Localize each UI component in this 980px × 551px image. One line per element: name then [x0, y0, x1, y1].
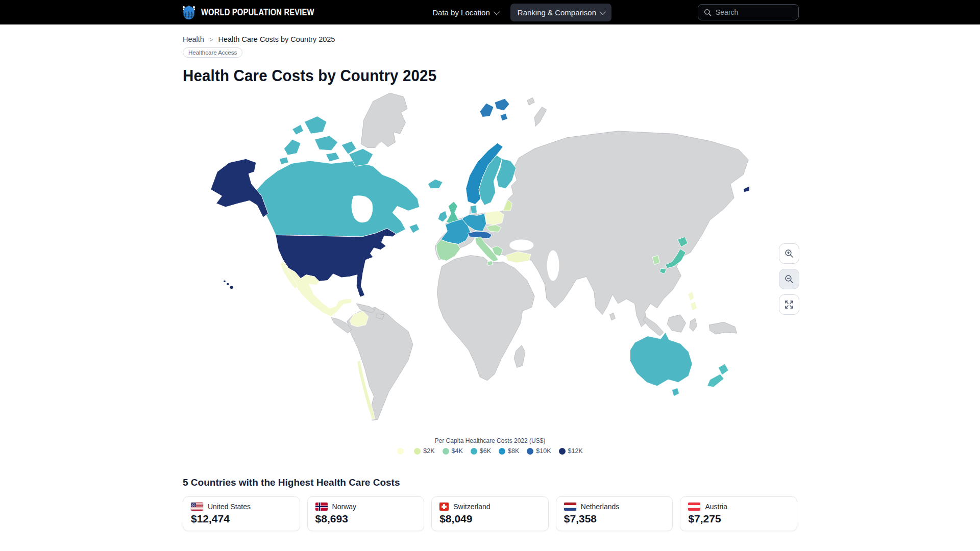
legend-swatch	[559, 448, 566, 455]
country-new-zealand-north[interactable]	[718, 364, 728, 375]
zoom-out-button[interactable]	[779, 269, 799, 289]
country-australia[interactable]	[630, 332, 693, 386]
us-flag-icon	[191, 503, 203, 511]
site-title: WORLD POPULATION REVIEW	[201, 7, 314, 18]
breadcrumb-health-link[interactable]: Health	[183, 35, 204, 43]
card-country-value: $8,693	[315, 513, 416, 525]
card-country-name: Netherlands	[581, 503, 620, 511]
zoom-out-icon	[785, 274, 794, 284]
breadcrumb: Health > Health Care Costs by Country 20…	[183, 35, 797, 43]
site-logo[interactable]: WORLD POPULATION REVIEW	[181, 5, 339, 19]
black-sea	[509, 240, 533, 251]
country-sri-lanka[interactable]	[610, 313, 616, 320]
legend-item: $4K	[443, 447, 463, 455]
world-map: Per Capita Healthcare Costs 2022 (US$) $…	[183, 89, 797, 460]
card-austria: Austria $7,275	[680, 496, 797, 531]
country-usa-hawaii[interactable]	[224, 281, 233, 289]
legend-title: Per Capita Healthcare Costs 2022 (US$)	[183, 437, 797, 444]
norway-flag-icon	[315, 503, 328, 511]
map-controls	[779, 243, 799, 315]
card-country-name: Austria	[705, 503, 727, 511]
netherlands-flag-icon	[564, 503, 576, 511]
legend-row: $2K $4K $6K $8K $10K $12K	[183, 447, 797, 455]
card-switzerland: Switzerland $8,049	[431, 496, 549, 531]
card-country-value: $8,049	[439, 513, 541, 525]
legend-item: $10K	[527, 447, 551, 455]
top-navbar: WORLD POPULATION REVIEW Data by Location…	[0, 0, 980, 24]
legend-swatch	[443, 448, 449, 455]
card-country-name: United States	[208, 503, 251, 511]
country-greenland[interactable]	[361, 93, 407, 147]
island-borneo[interactable]	[667, 315, 685, 333]
country-new-zealand-south[interactable]	[707, 374, 724, 387]
chevron-down-icon	[493, 8, 500, 15]
zoom-in-icon	[785, 249, 794, 258]
country-denmark[interactable]	[471, 205, 477, 213]
nav-data-by-location[interactable]: Data by Location	[425, 4, 505, 21]
country-canada[interactable]	[256, 161, 420, 237]
page-title: Health Care Costs by Country 2025	[183, 67, 767, 85]
legend-item: $2K	[414, 447, 434, 455]
islands-franz-josef[interactable]	[527, 97, 535, 105]
card-united-states: United States $12,474	[183, 496, 300, 531]
legend-swatch	[397, 448, 404, 455]
card-netherlands: Netherlands $7,358	[556, 496, 673, 531]
country-ireland[interactable]	[438, 211, 447, 222]
highest-costs-cards: United States $12,474 Norway $8,693	[183, 496, 797, 531]
search-icon	[704, 9, 712, 16]
country-australia-tasmania[interactable]	[672, 388, 679, 396]
austria-flag-icon	[688, 503, 700, 511]
country-iceland[interactable]	[428, 179, 443, 188]
country-madagascar[interactable]	[514, 345, 525, 368]
search-input[interactable]	[716, 8, 787, 16]
globe-people-icon	[181, 5, 197, 19]
nav-ranking-comparison[interactable]: Ranking & Comparison	[510, 4, 611, 21]
breadcrumb-separator: >	[209, 36, 213, 43]
card-country-value: $7,275	[688, 513, 789, 525]
country-philippines[interactable]	[688, 291, 697, 311]
island-sumatra[interactable]	[643, 316, 664, 336]
breadcrumb-current-page: Health Care Costs by Country 2025	[218, 35, 335, 43]
country-usa-aleutian-edge[interactable]	[743, 186, 749, 192]
fullscreen-icon	[785, 300, 794, 309]
legend-item: $6K	[471, 447, 491, 455]
card-norway: Norway $8,693	[307, 496, 425, 531]
legend-swatch	[414, 448, 421, 455]
island-new-guinea[interactable]	[709, 322, 737, 334]
map-legend: Per Capita Healthcare Costs 2022 (US$) $…	[183, 437, 797, 455]
legend-swatch	[499, 448, 505, 455]
country-svalbard[interactable]	[480, 98, 509, 121]
legend-item: $12K	[559, 447, 583, 455]
country-italy-sicily[interactable]	[487, 261, 493, 265]
card-country-name: Norway	[332, 503, 356, 511]
card-country-value: $7,358	[564, 513, 665, 525]
card-country-value: $12,474	[191, 513, 292, 525]
islands-arctic-russia[interactable]	[534, 107, 547, 127]
choropleth-map-svg[interactable]	[183, 89, 776, 436]
card-country-name: Switzerland	[453, 503, 490, 511]
search-box[interactable]	[698, 4, 799, 20]
highest-costs-heading: 5 Countries with the Highest Health Care…	[183, 477, 797, 488]
category-tag[interactable]: Healthcare Access	[183, 47, 242, 58]
caspian-sea	[547, 250, 559, 281]
zoom-in-button[interactable]	[779, 243, 799, 264]
main-nav: Data by Location Ranking & Comparison	[425, 4, 611, 21]
legend-item	[397, 448, 406, 455]
country-poland[interactable]	[485, 211, 504, 224]
switzerland-flag-icon	[439, 503, 449, 511]
legend-item: $8K	[499, 447, 519, 455]
fullscreen-button[interactable]	[779, 294, 799, 315]
chevron-down-icon	[600, 8, 606, 15]
island-sulawesi[interactable]	[690, 318, 697, 331]
legend-swatch	[471, 448, 477, 455]
legend-swatch	[527, 448, 533, 455]
